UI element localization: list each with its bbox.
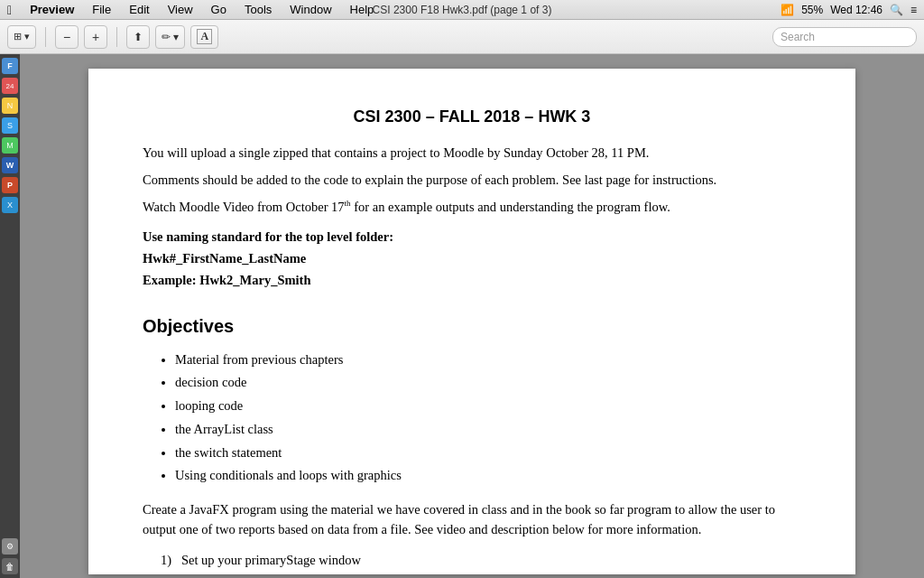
menu-icon: ≡	[910, 4, 917, 16]
menu-window[interactable]: Window	[286, 3, 335, 16]
dock-calendar[interactable]: 24	[2, 78, 18, 94]
pdf-intro-line-2: Comments should be added to the code to …	[143, 171, 801, 191]
battery-status: 55%	[801, 4, 823, 16]
dock-sidebar: F 24 N S M W P X ⚙ 🗑	[0, 54, 20, 578]
naming-example-label: Example:	[143, 273, 197, 287]
dock-safari[interactable]: S	[2, 117, 18, 134]
zoom-out-icon: −	[63, 30, 70, 44]
view-toggle-button[interactable]: ⊞ ▾	[7, 25, 36, 49]
toolbar: ⊞ ▾ − + ⬆ ✏ ▾ A Search	[0, 20, 924, 54]
naming-example: Example: Hwk2_Mary_Smith	[143, 271, 801, 291]
objectives-list: Material from previous chapters decision…	[143, 350, 801, 487]
menubar-title: CSI 2300 F18 Hwk3.pdf (page 1 of 3)	[373, 4, 552, 16]
menu-edit[interactable]: Edit	[125, 3, 152, 16]
wifi-icon: 📶	[781, 4, 794, 16]
list-item: 1) Set up your primaryStage window	[161, 551, 801, 571]
naming-format: Hwk#_FirstName_LastName	[143, 249, 801, 269]
objectives-heading: Objectives	[143, 312, 801, 340]
pdf-page: CSI 2300 – FALL 2018 – HWK 3 You will up…	[88, 69, 855, 574]
menu-file[interactable]: File	[88, 3, 115, 16]
markup-button[interactable]: A	[190, 25, 218, 49]
menu-go[interactable]: Go	[208, 3, 230, 16]
pdf-intro-line-1: You will upload a single zipped that con…	[143, 144, 801, 163]
search-box[interactable]: Search	[772, 27, 917, 47]
markup-icon: A	[197, 29, 212, 44]
list-item: decision code	[175, 373, 801, 393]
pdf-intro-line-3: Watch Moodle Video from October 17th for…	[143, 198, 801, 218]
apple-icon[interactable]: 	[7, 3, 12, 17]
list-item: Material from previous chapters	[175, 350, 801, 370]
clock: Wed 12:46	[830, 4, 882, 16]
dock-xcode[interactable]: X	[2, 197, 18, 213]
zoom-out-button[interactable]: −	[55, 25, 79, 49]
list-item: the ArrayList class	[175, 420, 801, 440]
search-placeholder: Search	[781, 31, 815, 43]
menu-view[interactable]: View	[164, 3, 197, 16]
naming-example-value: Hwk2_Mary_Smith	[199, 273, 310, 287]
main-layout: F 24 N S M W P X ⚙ 🗑 CSI 2300 – FALL 201…	[0, 54, 924, 578]
list-number: 1)	[161, 553, 171, 567]
dock-messages[interactable]: M	[2, 137, 18, 154]
view-group: ⊞ ▾	[7, 25, 36, 49]
menubar-left:  Preview File Edit View Go Tools Window…	[7, 3, 377, 17]
menu-preview[interactable]: Preview	[26, 3, 78, 16]
pdf-area[interactable]: CSI 2300 – FALL 2018 – HWK 3 You will up…	[20, 54, 924, 578]
share-icon: ⬆	[134, 31, 143, 43]
naming-header: Use naming standard for the top level fo…	[143, 228, 801, 247]
dock-system-prefs[interactable]: ⚙	[2, 538, 18, 555]
numbered-list: 1) Set up your primaryStage window	[143, 551, 801, 571]
menu-tools[interactable]: Tools	[241, 3, 275, 16]
list-text: Set up your primaryStage window	[181, 553, 361, 567]
naming-section: Use naming standard for the top level fo…	[143, 228, 801, 290]
search-icon: 🔍	[890, 4, 903, 16]
toolbar-sep-2	[116, 27, 117, 47]
toolbar-sep-1	[45, 27, 46, 47]
dock-powerpoint[interactable]: P	[2, 177, 18, 193]
superscript: th	[345, 199, 351, 208]
dock-notes[interactable]: N	[2, 98, 18, 114]
description-paragraph: Create a JavaFX program using the materi…	[143, 500, 801, 540]
pdf-title: CSI 2300 – FALL 2018 – HWK 3	[143, 105, 801, 129]
list-item: looping code	[175, 396, 801, 416]
list-item: the switch statement	[175, 443, 801, 463]
dock-finder[interactable]: F	[2, 58, 18, 74]
zoom-in-icon: +	[92, 30, 99, 44]
menubar-right: 📶 55% Wed 12:46 🔍 ≡	[781, 4, 917, 16]
menubar:  Preview File Edit View Go Tools Window…	[0, 0, 924, 20]
intro-video-text: Watch Moodle Video from October 17	[143, 200, 345, 214]
annotate-button[interactable]: ✏ ▾	[155, 25, 185, 49]
annotate-icon: ✏ ▾	[162, 31, 179, 43]
dock-trash[interactable]: 🗑	[2, 558, 18, 574]
share-button[interactable]: ⬆	[126, 25, 150, 49]
intro-suffix: for an example outputs and understanding…	[351, 200, 670, 214]
zoom-in-button[interactable]: +	[84, 25, 107, 49]
dock-word[interactable]: W	[2, 157, 18, 173]
list-item: Using conditionals and loops with graphi…	[175, 466, 801, 486]
